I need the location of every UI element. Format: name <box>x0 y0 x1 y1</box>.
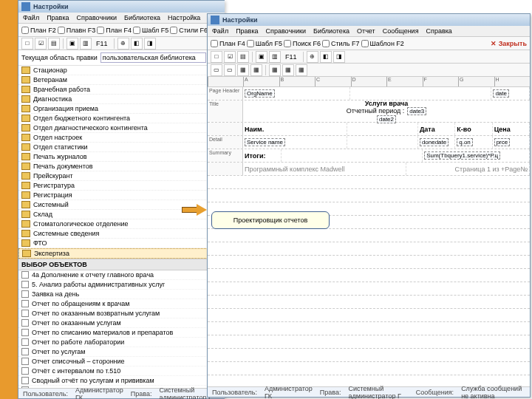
list-item[interactable]: Отчет по работе лаборатории <box>18 338 224 347</box>
band-detail[interactable]: Detail Service name donedate q.on prce <box>208 136 530 149</box>
band-column-header[interactable]: Наим. Дата К-во Цена <box>208 123 530 136</box>
report-canvas[interactable]: A B C D E F G H Page Header OrgName date… <box>208 77 530 387</box>
menu-edit-r[interactable]: Правка <box>236 27 258 35</box>
menu-lib-r[interactable]: Библиотека <box>313 27 349 35</box>
designer-btn-3[interactable]: ▦ <box>237 64 249 76</box>
tree-item[interactable]: Системные сведения <box>18 229 224 239</box>
menu-file-r[interactable]: Файл <box>212 27 228 35</box>
band-summary[interactable]: Summary Итоги: Sum(Tbquery1.service)*Р.ц <box>208 149 530 163</box>
tree-item[interactable]: Отдел бюджетного контингента <box>18 114 224 123</box>
list-item[interactable]: Отчет списочный – сторонние <box>18 357 224 366</box>
field-qcon[interactable]: q.on <box>457 138 473 146</box>
designer-btn-5[interactable]: ▦ <box>269 64 281 76</box>
menu-edit[interactable]: Правка <box>47 14 69 21</box>
tb-btn-5[interactable]: ▥ <box>80 38 92 50</box>
menu-settings[interactable]: Настройка <box>168 14 200 21</box>
chk-r2[interactable]: Шабл F5 <box>247 40 282 47</box>
tb-btn-7[interactable]: ◧ <box>131 38 143 50</box>
band-page-footer[interactable]: Программный комплекс Madwell Страница 1 … <box>208 163 530 176</box>
field-date3[interactable]: date3 <box>407 107 426 115</box>
tree-item[interactable]: Диагностика <box>18 95 224 104</box>
tb-btn-4[interactable]: ▣ <box>66 38 78 50</box>
menu-help-r[interactable]: Справка <box>426 27 452 35</box>
tree-item[interactable]: Экспертиза <box>18 248 224 259</box>
tree-item[interactable]: Печать журналов <box>18 152 224 162</box>
list-item[interactable]: Отчет по списанию материалов и препарато… <box>18 328 224 338</box>
list-item[interactable]: Сводный отчёт по услугам и прививкам <box>18 376 224 386</box>
rtb-f11[interactable]: F11 <box>282 53 300 61</box>
tree-item[interactable]: Регистратура <box>18 181 224 191</box>
tree-item[interactable]: Отдел настроек <box>18 133 224 143</box>
menu-report-r[interactable]: Отчет <box>357 27 375 35</box>
menu-file[interactable]: Файл <box>23 14 39 21</box>
rtb-6[interactable]: ⊕ <box>307 51 318 63</box>
tree-item[interactable]: Организация приема <box>18 104 224 114</box>
designer-btn-4[interactable]: ▦ <box>250 64 262 76</box>
designer-btn-6[interactable]: ▦ <box>282 64 294 76</box>
designer-btn-7[interactable]: ▦ <box>296 64 307 76</box>
rtb-3[interactable]: ▤ <box>237 51 249 63</box>
chk-style-f6[interactable]: Стили F6 <box>170 27 208 34</box>
chk-r3[interactable]: Поиск F6 <box>284 40 321 47</box>
designer-btn-1[interactable]: ▭ <box>211 64 222 76</box>
tree-item[interactable]: Печать документов <box>18 162 224 171</box>
field-donedate[interactable]: donedate <box>420 138 449 146</box>
tb-btn-3[interactable]: ▤ <box>48 38 60 50</box>
tree-item[interactable]: Ветеранам <box>18 75 224 85</box>
tb-btn-6[interactable]: ⊕ <box>117 38 129 50</box>
tree-item[interactable]: Отдел диагностического контингента <box>18 123 224 133</box>
field-price[interactable]: prce <box>494 138 511 146</box>
menu-lib[interactable]: Библиотека <box>124 14 160 21</box>
object-tree[interactable]: СтационарВетеранамВрачебная работаДиагно… <box>18 66 224 259</box>
chk-plan-f4[interactable]: План F4 <box>97 27 132 34</box>
designer-btn-2[interactable]: ▭ <box>224 64 236 76</box>
list-item[interactable]: Отчет по оказанным услугам <box>18 318 224 328</box>
list-item[interactable]: 4а Дополнение к отчету главного врача <box>18 270 224 280</box>
list-item[interactable]: 5. Анализ работы административных услуг <box>18 280 224 290</box>
menubar-left[interactable]: Файл Правка Справочники Библиотека Настр… <box>18 13 225 24</box>
tree-item[interactable]: Регистрация <box>18 191 224 200</box>
list-item[interactable]: Отчет по оказанным возвратным услугам <box>18 309 224 318</box>
list-item[interactable]: Заявка на день <box>18 290 224 299</box>
tree-item[interactable]: Стационар <box>18 66 224 75</box>
chk-r4[interactable]: Стиль F7 <box>322 40 360 47</box>
band-page-header[interactable]: Page Header OrgName date <box>208 87 530 100</box>
list-item[interactable]: Отчет по обращениям к врачам <box>18 299 224 309</box>
chk-r5[interactable]: Шаблон F2 <box>361 40 404 47</box>
menu-ref-r[interactable]: Справочники <box>266 27 307 35</box>
rtb-8[interactable]: ◨ <box>333 51 345 63</box>
chk-plan-f2[interactable]: План F2 <box>21 27 56 34</box>
tree-item[interactable]: Прейскурант <box>18 171 224 181</box>
report-list[interactable]: 4а Дополнение к отчету главного врача5. … <box>18 270 224 388</box>
field-sum[interactable]: Sum(Tbquery1.service)*Р.ц <box>424 151 500 160</box>
menu-msg-r[interactable]: Сообщения <box>383 27 419 35</box>
tree-item[interactable]: Отдел статистики <box>18 143 224 152</box>
chk-r1[interactable]: План F4 <box>211 40 245 47</box>
rtb-1[interactable]: □ <box>211 51 222 63</box>
tb-f11[interactable]: F11 <box>93 40 111 47</box>
tree-item[interactable]: Стоматологическое отделение <box>18 219 224 229</box>
list-item[interactable]: Отчет по услугам <box>18 347 224 357</box>
menubar-right[interactable]: Файл Правка Справочники Библиотека Отчет… <box>208 26 530 37</box>
rtb-2[interactable]: ☑ <box>224 51 236 63</box>
menu-ref[interactable]: Справочники <box>77 14 117 21</box>
rtb-4[interactable]: ▣ <box>256 51 267 63</box>
rtb-5[interactable]: ▥ <box>269 51 281 63</box>
tb-btn-8[interactable]: ◨ <box>144 38 156 50</box>
tb-btn-1[interactable]: □ <box>21 38 33 50</box>
report-title[interactable]: Услуги врача <box>365 100 408 107</box>
chk-plavn-f3[interactable]: Плавн F3 <box>58 27 95 34</box>
field-orgname[interactable]: OrgName <box>245 89 275 98</box>
field-date2[interactable]: date2 <box>377 115 396 123</box>
scope-input[interactable] <box>100 52 206 63</box>
chk-shabl-f5[interactable]: Шабл F5 <box>133 27 168 34</box>
field-service[interactable]: Service name <box>245 138 285 146</box>
tb-btn-2[interactable]: ☑ <box>35 38 47 50</box>
tree-item[interactable]: Врачебная работа <box>18 85 224 95</box>
list-item[interactable]: Отчёт с интервалом по т.510 <box>18 366 224 376</box>
close-button[interactable]: ✕ Закрыть <box>491 40 527 47</box>
rtb-7[interactable]: ◧ <box>320 51 332 63</box>
tree-item[interactable]: ФТО <box>18 239 224 248</box>
band-title[interactable]: Title Услуги врача Отчетный период : dat… <box>208 100 530 123</box>
field-date[interactable]: date <box>493 89 509 98</box>
